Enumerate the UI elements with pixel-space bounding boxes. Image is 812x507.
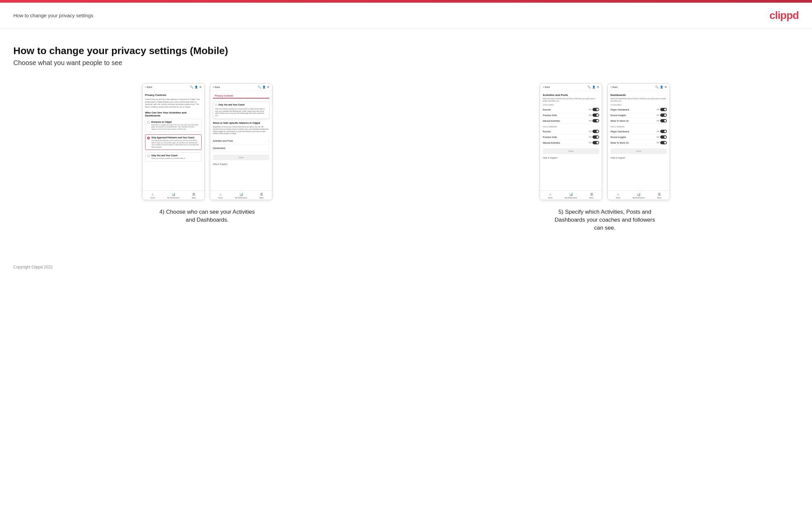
screen1-content: Privacy Controls Control how you and you… bbox=[143, 91, 204, 190]
menu-icon: ☰ bbox=[192, 192, 195, 196]
back-button-1[interactable]: < Back bbox=[145, 86, 152, 88]
toggle-pill-roundinsights-f bbox=[660, 135, 667, 139]
search-icon[interactable]: 🔍 bbox=[190, 86, 193, 89]
toggle-switch-roundinsights-f[interactable]: ON bbox=[657, 135, 667, 139]
mobile-screen-3: < Back 🔍 👤 ⚙ Activities and Posts Select… bbox=[540, 83, 602, 200]
manual-label-c: Manual Activities bbox=[543, 120, 560, 122]
who-title: Who Can See Your Activities and Dashboar… bbox=[145, 111, 202, 117]
save-btn-4[interactable]: Save bbox=[610, 148, 667, 154]
toggle-switch-drills-c[interactable]: ON bbox=[589, 113, 599, 117]
performance-icon: 📊 bbox=[171, 192, 175, 196]
toggle-roundinsights-followers: Round Insights ON bbox=[610, 134, 667, 140]
drills-label-f: Practice Drills bbox=[543, 136, 557, 138]
settings-icon-3[interactable]: ⚙ bbox=[597, 86, 599, 89]
toggle-rounds-coaches: Rounds ON bbox=[543, 107, 599, 112]
nav-performance-3[interactable]: 📊 My Performance bbox=[561, 192, 581, 199]
activities-posts-label: Activities and Posts bbox=[213, 140, 233, 142]
roundinsights-label-f: Round Insights bbox=[610, 136, 626, 138]
people-icon-3[interactable]: 👤 bbox=[592, 86, 596, 89]
show-hide-title: Show or hide specific features in Clippd bbox=[213, 121, 269, 124]
act-title: Activities and Posts bbox=[543, 94, 599, 97]
save-btn-3[interactable]: Save bbox=[543, 148, 599, 154]
nav-performance-1[interactable]: 📊 My Performance bbox=[163, 192, 184, 199]
toggle-pill-rounds-f bbox=[593, 130, 599, 133]
bottom-nav-4: ⌂ Home 📊 My Performance ☰ Menu bbox=[608, 190, 669, 200]
toggle-switch-roundinsights-c[interactable]: ON bbox=[657, 113, 667, 117]
nav-menu-4[interactable]: ☰ Menu bbox=[649, 192, 669, 199]
nav-performance-2[interactable]: 📊 My Performance bbox=[231, 192, 251, 199]
help-support-4[interactable]: Help & Support bbox=[610, 157, 667, 159]
option1-title: Everyone on Clippd bbox=[151, 121, 200, 123]
search-icon-3[interactable]: 🔍 bbox=[588, 86, 591, 89]
nav-menu-label-1: Menu bbox=[192, 197, 196, 199]
people-icon-4[interactable]: 👤 bbox=[660, 86, 663, 89]
toggle-rounds-followers: Rounds ON bbox=[543, 129, 599, 134]
playerdash-label-c: Player Dashboard bbox=[610, 109, 629, 111]
mobile-screen-1: < Back 🔍 👤 ⚙ Privacy Controls Control ho… bbox=[142, 83, 205, 200]
activities-posts-link[interactable]: Activities and Posts › bbox=[213, 137, 269, 145]
toggle-switch-playerdash-c[interactable]: ON bbox=[657, 108, 667, 111]
back-button-2[interactable]: < Back bbox=[213, 86, 220, 88]
back-button-4[interactable]: < Back bbox=[610, 86, 618, 88]
header-icons-3: 🔍 👤 ⚙ bbox=[588, 86, 599, 89]
option2-desc: Only approved followers and coaches you … bbox=[151, 139, 200, 148]
search-icon-2[interactable]: 🔍 bbox=[258, 86, 261, 89]
toggle-switch-whattowork-c[interactable]: ON bbox=[657, 119, 667, 122]
option-followers[interactable]: Only Approved Followers and Your Coach O… bbox=[145, 134, 202, 150]
option-coach-only[interactable]: Only You and Your Coach Only you and the… bbox=[145, 152, 202, 162]
bottom-nav-3: ⌂ Home 📊 My Performance ☰ Menu bbox=[540, 190, 602, 200]
toggle-playerdash-followers: Player Dashboard ON bbox=[610, 129, 667, 134]
toggle-switch-drills-f[interactable]: ON bbox=[589, 135, 599, 139]
help-support-2[interactable]: Help & Support bbox=[213, 163, 269, 165]
settings-icon[interactable]: ⚙ bbox=[199, 86, 202, 89]
nav-performance-4[interactable]: 📊 My Performance bbox=[628, 192, 649, 199]
toggle-switch-rounds-c[interactable]: ON bbox=[589, 108, 599, 111]
section-text-1: Control how you and your data appears to… bbox=[145, 98, 202, 109]
toggle-pill-manual-c bbox=[593, 119, 599, 122]
search-icon-4[interactable]: 🔍 bbox=[655, 86, 659, 89]
dashboards-link[interactable]: Dashboards › bbox=[213, 145, 269, 152]
toggle-switch-manual-c[interactable]: ON bbox=[589, 119, 599, 122]
nav-menu-2[interactable]: ☰ Menu bbox=[251, 192, 272, 199]
header-icons-1: 🔍 👤 ⚙ bbox=[190, 86, 202, 89]
home-icon-3: ⌂ bbox=[549, 192, 551, 196]
settings-icon-4[interactable]: ⚙ bbox=[665, 86, 667, 89]
header-icons-2: 🔍 👤 ⚙ bbox=[258, 86, 269, 89]
coaches-label: COACHES bbox=[543, 104, 599, 106]
performance-icon-2: 📊 bbox=[239, 192, 243, 196]
mobile-screen-2: < Back 🔍 👤 ⚙ Privacy Controls bbox=[210, 83, 272, 200]
toggle-switch-playerdash-f[interactable]: ON bbox=[657, 130, 667, 133]
tooltip-title: Only You and Your Coach bbox=[218, 104, 245, 106]
nav-home-2[interactable]: ⌂ Home bbox=[210, 192, 231, 199]
nav-home-label-4: Home bbox=[616, 197, 620, 199]
nav-menu-3[interactable]: ☰ Menu bbox=[581, 192, 602, 199]
chevron-right-2: › bbox=[268, 147, 269, 150]
toggle-switch-whattowork-f[interactable]: ON bbox=[657, 141, 667, 144]
mobile-screen-4: < Back 🔍 👤 ⚙ Dashboards Select the dashb… bbox=[607, 83, 670, 200]
nav-home-4[interactable]: ⌂ Home bbox=[608, 192, 628, 199]
header-title: How to change your privacy settings bbox=[13, 13, 93, 18]
privacy-tab[interactable]: Privacy Controls bbox=[213, 94, 236, 99]
roundinsights-label-c: Round Insights bbox=[610, 114, 626, 116]
show-hide-desc: Regardless of the privacy controls that … bbox=[213, 126, 269, 135]
save-btn-2[interactable]: Save bbox=[213, 155, 269, 160]
nav-home-3[interactable]: ⌂ Home bbox=[540, 192, 561, 199]
top-bar bbox=[0, 0, 812, 3]
toggle-manual-coaches: Manual Activities ON bbox=[543, 118, 599, 124]
screenshot-group-1: < Back 🔍 👤 ⚙ Privacy Controls Control ho… bbox=[13, 83, 401, 224]
back-button-3[interactable]: < Back bbox=[543, 86, 550, 88]
option-everyone[interactable]: Everyone on Clippd Everyone on Clippd ca… bbox=[145, 119, 202, 132]
nav-home-label-3: Home bbox=[548, 197, 553, 199]
nav-menu-label-2: Menu bbox=[259, 197, 264, 199]
help-support-3[interactable]: Help & Support bbox=[543, 157, 599, 159]
nav-menu-1[interactable]: ☰ Menu bbox=[184, 192, 204, 199]
menu-icon-4: ☰ bbox=[658, 192, 661, 196]
settings-icon-2[interactable]: ⚙ bbox=[267, 86, 269, 89]
nav-home-1[interactable]: ⌂ Home bbox=[143, 192, 163, 199]
people-icon[interactable]: 👤 bbox=[195, 86, 198, 89]
page-heading: How to change your privacy settings (Mob… bbox=[13, 45, 799, 56]
toggle-switch-rounds-f[interactable]: ON bbox=[589, 130, 599, 133]
people-icon-2[interactable]: 👤 bbox=[262, 86, 266, 89]
toggle-switch-manual-f[interactable]: ON bbox=[589, 141, 599, 144]
tooltip-desc: Only you and the coaches you connect wit… bbox=[215, 108, 267, 116]
